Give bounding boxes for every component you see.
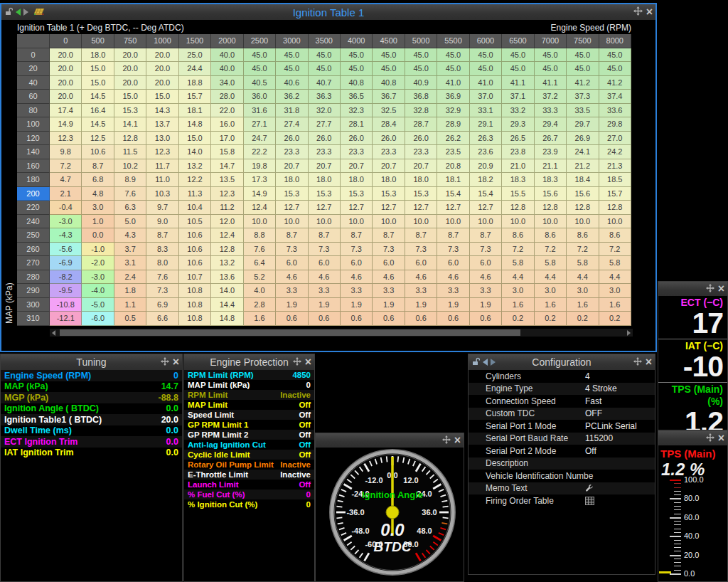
table-cell[interactable]: 32.9 [437,104,469,118]
table-cell[interactable]: 8.7 [276,228,308,243]
table-cell[interactable]: 10.0 [535,215,567,229]
table-cell[interactable]: 18.2 [470,173,502,187]
table-cell[interactable]: 23.3 [276,145,308,159]
table-cell[interactable]: 14.5 [82,90,114,104]
close-icon[interactable]: × [718,283,724,295]
table-cell[interactable]: 13.7 [146,117,178,132]
table-cell[interactable]: -8.2 [50,270,82,285]
table-cell[interactable]: 27.7 [309,117,341,132]
table-cell[interactable]: 20.0 [146,62,178,76]
col-header[interactable]: 7500 [567,34,599,48]
close-icon[interactable]: × [718,433,724,444]
table-cell[interactable]: 24.4 [179,62,211,76]
move-icon[interactable] [633,356,642,368]
col-header[interactable]: 3500 [309,34,341,48]
table-cell[interactable]: -2.0 [82,256,114,270]
table-cell[interactable]: 21.1 [535,159,567,174]
table-cell[interactable]: 45.0 [244,48,276,63]
col-header[interactable]: 8000 [599,34,631,48]
table-cell[interactable]: 12.4 [211,228,243,243]
table-cell[interactable]: 3.0 [599,284,631,298]
table-cell[interactable]: 23.3 [309,145,341,159]
table-cell[interactable]: -4.3 [50,228,82,243]
table-cell[interactable]: 15.0 [179,132,211,146]
table-cell[interactable]: 15.3 [309,187,341,201]
table-cell[interactable]: 15.6 [535,187,567,201]
table-cell[interactable]: 10.6 [179,256,211,270]
table-cell[interactable]: 36.8 [405,90,437,104]
grid-icon[interactable] [585,497,594,505]
table-cell[interactable]: 40.8 [341,76,373,90]
unlock-icon[interactable] [5,6,13,18]
table-cell[interactable]: -6.9 [50,256,82,270]
table-cell[interactable]: 10.4 [179,201,211,215]
table-cell[interactable]: 4.0 [244,284,276,298]
table-cell[interactable]: 45.0 [276,62,308,76]
table-cell[interactable]: 24.1 [567,145,599,159]
table-cell[interactable]: 18.0 [405,173,437,187]
table-cell[interactable]: 29.4 [535,117,567,132]
table-cell[interactable]: 10.0 [341,215,373,229]
table-cell[interactable]: 18.5 [599,173,631,187]
table-cell[interactable]: 6.8 [82,173,114,187]
table-cell[interactable]: 31.8 [276,104,308,118]
table-cell[interactable]: 4.6 [373,270,405,285]
table-cell[interactable]: 4.6 [341,270,373,285]
table-cell[interactable]: 4.4 [502,270,534,285]
table-cell[interactable]: 6.0 [470,256,502,270]
table-cell[interactable]: 33.6 [599,104,631,118]
table-cell[interactable]: 41.0 [470,76,502,90]
table-cell[interactable]: 0.6 [276,312,308,326]
table-cell[interactable]: 14.5 [82,117,114,132]
table-cell[interactable]: 6.9 [146,298,178,312]
table-cell[interactable]: 18.0 [309,173,341,187]
col-header[interactable]: 1000 [146,34,178,48]
table-cell[interactable]: 8.7 [437,228,469,243]
table-cell[interactable]: 36.9 [437,90,469,104]
table-cell[interactable]: 20.9 [470,159,502,174]
table-cell[interactable]: 26.0 [276,132,308,146]
table-cell[interactable]: 6.0 [276,256,308,270]
table-cell[interactable]: 7.2 [535,243,567,257]
table-cell[interactable]: 16.0 [211,117,243,132]
table-cell[interactable]: 6.0 [405,256,437,270]
move-icon[interactable] [633,6,643,18]
table-cell[interactable]: 8.7 [82,159,114,174]
table-cell[interactable]: 5.0 [114,215,146,229]
table-cell[interactable]: 0.2 [535,312,567,326]
table-cell[interactable]: 0.6 [309,312,341,326]
col-header[interactable]: 3000 [276,34,308,48]
table-cell[interactable]: 45.0 [535,62,567,76]
prev-icon[interactable] [483,359,488,366]
scroll-left-icon[interactable] [52,330,55,336]
table-cell[interactable]: 10.2 [114,159,146,174]
table-cell[interactable]: 1.9 [470,298,502,312]
row-header-selected[interactable]: 200 [17,187,50,201]
table-cell[interactable]: 0.2 [599,312,631,326]
table-cell[interactable]: 41.1 [535,76,567,90]
table-cell[interactable]: 41.2 [599,76,631,90]
table-cell[interactable]: 1.6 [502,298,534,312]
row-header[interactable]: 300 [17,298,50,312]
table-cell[interactable]: 40.6 [276,76,308,90]
table-cell[interactable]: 3.3 [309,284,341,298]
move-icon[interactable] [442,435,451,446]
table-cell[interactable]: 32.3 [341,104,373,118]
row-header[interactable]: 140 [17,145,50,159]
config-row[interactable]: Custom TDCOFF [469,408,655,420]
table-cell[interactable]: 4.6 [405,270,437,285]
table-cell[interactable]: 15.5 [502,187,534,201]
table-cell[interactable]: 11.5 [114,145,146,159]
table-cell[interactable]: 3.0 [535,284,567,298]
table-cell[interactable]: -5.6 [50,243,82,257]
col-header[interactable]: 6500 [502,34,534,48]
table-cell[interactable]: 32.0 [309,104,341,118]
table-cell[interactable]: -12.1 [50,312,82,326]
table-cell[interactable]: 23.8 [502,145,534,159]
table-cell[interactable]: 45.0 [341,62,373,76]
row-header[interactable]: 270 [17,256,50,270]
config-row[interactable]: Vehicle Identification Numbe [469,470,655,482]
table-cell[interactable]: 33.5 [567,104,599,118]
table-cell[interactable]: 4.6 [470,270,502,285]
table-cell[interactable]: 41.2 [567,76,599,90]
